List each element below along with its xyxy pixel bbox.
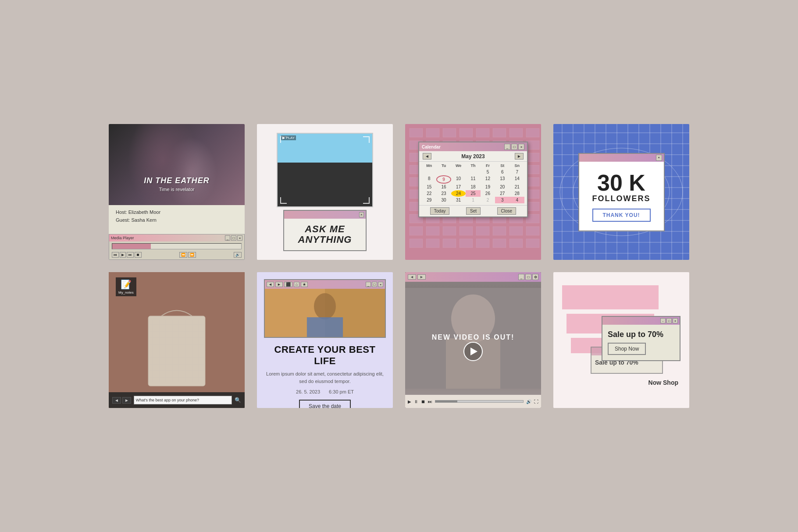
close-button[interactable]: × [237,235,242,241]
cal-day[interactable]: 23 [436,190,451,197]
next-button[interactable]: ⏭ [127,252,134,258]
cal-day[interactable]: 29 [422,197,436,203]
cal-day[interactable]: 31 [451,197,466,203]
cal-next-month[interactable]: ► [515,153,524,160]
cal-day[interactable]: 5 [481,169,495,175]
browser-minimize[interactable]: _ [366,282,371,287]
cal-day[interactable]: 11 [466,175,480,184]
player-progress-bar[interactable] [112,243,242,249]
cal-day[interactable]: 17 [451,184,466,190]
vp-skip-btn[interactable]: ⏭ [428,399,432,404]
play-button[interactable]: ▶ [120,252,126,258]
popup1-body: Sale up to 70% Shop Now [602,325,680,360]
vp-maximize[interactable]: □ [525,274,531,280]
cal-day[interactable]: 28 [510,190,524,197]
cal-day[interactable]: 10 [451,175,466,184]
vp-volume-btn[interactable]: 🔊 [526,399,531,404]
cal-day[interactable]: 27 [495,190,509,197]
cal-day[interactable]: 13 [495,175,509,184]
browser-stop[interactable]: ⬛ [284,282,292,287]
cal-day[interactable]: 26 [481,190,495,197]
event-photo-svg [265,289,385,337]
vp-fullscreen-btn[interactable]: ⛶ [534,399,538,404]
cal-day[interactable] [451,169,466,175]
vp-back[interactable]: ◄ [408,274,416,280]
cal-day[interactable]: 30 [436,197,451,203]
browser-home[interactable]: ⌂ [294,282,299,287]
cal-week-5: 29 30 31 1 2 3 4 [422,197,524,203]
followers-close[interactable]: × [656,155,662,161]
cal-day[interactable] [422,169,436,175]
cal-day[interactable]: 21 [510,184,524,190]
search-icon[interactable]: 🔍 [235,397,241,403]
skip-fwd-button[interactable]: ⏩ [188,252,196,258]
cal-close[interactable]: × [518,144,524,150]
cal-hdr-mn: Mn [422,163,436,168]
cal-day[interactable]: 19 [481,184,495,190]
nav-back-btn[interactable]: ◄ [112,397,121,404]
popup1-maximize[interactable]: □ [666,318,672,323]
save-date-button[interactable]: Save the date [299,400,351,408]
shop-now-button[interactable]: Shop Now [608,343,646,355]
vp-stop-btn[interactable]: ⏹ [421,399,425,404]
cal-day[interactable]: 2 [481,197,495,203]
notes-app-icon[interactable]: 📝 My_notes [116,277,136,296]
cal-day[interactable]: 18 [466,184,480,190]
cal-day[interactable]: 15 [422,184,436,190]
vp-fwd[interactable]: ► [417,274,426,280]
popup1-close[interactable]: × [673,318,678,323]
cal-close-btn[interactable]: Close [497,207,517,215]
browser-back[interactable]: ◄ [267,282,274,287]
cal-day[interactable]: 3 [495,197,509,203]
cal-prev-month[interactable]: ◄ [423,153,431,160]
thank-you-button[interactable]: THANK YOU! [592,209,651,222]
cal-day[interactable]: 8 [422,175,436,184]
popup1-minimize[interactable]: - [660,318,666,323]
main-grid: IN THE EATHER Time is revelator Host: El… [82,98,716,434]
browser-maximize[interactable]: □ [372,282,377,287]
prev-button[interactable]: ⏮ [112,252,119,258]
cal-day[interactable]: 22 [422,190,436,197]
svg-rect-39 [460,227,473,235]
cal-day[interactable]: 1 [466,197,480,203]
cal-maximize[interactable]: □ [511,144,517,150]
cal-week-2: 8 9 10 11 12 13 14 [422,175,524,184]
cal-day-25[interactable]: 25 [466,190,480,197]
vp-seek-bar[interactable] [435,400,524,403]
volume-button[interactable]: 🔊 [234,252,242,258]
play-button-overlay[interactable] [463,342,483,361]
cal-day[interactable] [466,169,480,175]
browser-close[interactable]: × [378,282,383,287]
svg-rect-77 [526,202,539,211]
cal-week-4: 22 23 24 25 26 27 28 [422,190,524,197]
browser-fav[interactable]: ★ [301,282,308,287]
search-input-display[interactable]: What's the best app on your phone? [134,396,232,404]
cal-day[interactable]: 6 [495,169,509,175]
cal-day[interactable]: 4 [510,197,524,203]
vp-play-btn[interactable]: ▶ [408,399,411,404]
cal-minimize[interactable]: _ [504,144,510,150]
cal-set-btn[interactable]: Set [466,207,481,215]
cal-today-btn[interactable]: Today [430,207,450,215]
cal-day-24[interactable]: 24 [451,190,466,197]
cal-day[interactable] [436,169,451,175]
cal-day-today[interactable]: 9 [436,175,451,184]
cal-hdr-fr: Fr [481,163,495,168]
vp-settings[interactable]: ⚙ [532,274,538,280]
skip-back-button[interactable]: ⏪ [179,252,187,258]
cal-week-3: 15 16 17 18 19 20 21 [422,184,524,190]
cal-day[interactable]: 7 [510,169,524,175]
cal-day[interactable]: 12 [481,175,495,184]
browser-fwd[interactable]: ► [275,282,283,287]
maximize-button[interactable]: □ [231,235,236,241]
cal-day[interactable]: 14 [510,175,524,184]
vp-pause-btn[interactable]: ⏸ [414,399,418,404]
stop-button[interactable]: ⏹ [135,252,142,258]
nav-fwd-btn[interactable]: ► [122,397,131,404]
vp-minimize[interactable]: _ [518,274,524,280]
host-label: Host: Elizabeth Moor [116,209,238,216]
minimize-button[interactable]: _ [225,235,230,241]
cal-day[interactable]: 20 [495,184,509,190]
cal-day[interactable]: 16 [436,184,451,190]
ama-close-button[interactable]: × [359,212,364,217]
